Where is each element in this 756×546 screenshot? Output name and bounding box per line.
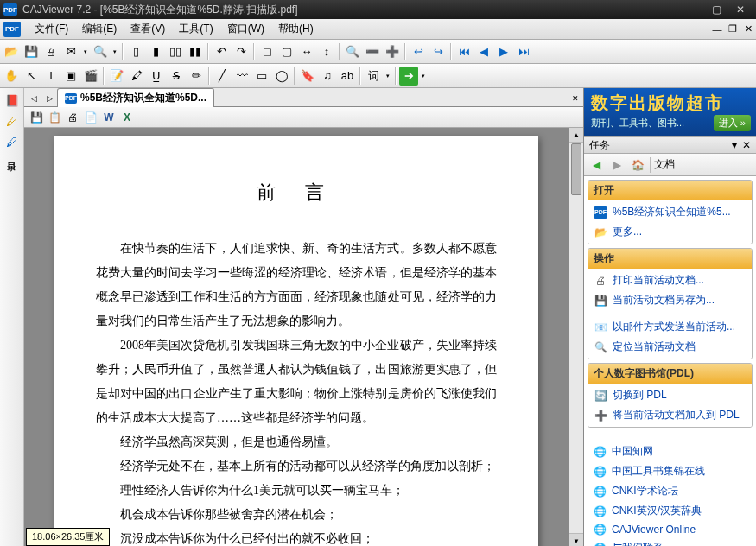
menu-view[interactable]: 查看(V) [124, 19, 172, 39]
note-icon[interactable]: 📝 [107, 67, 126, 86]
print-icon[interactable]: 🖨 [64, 109, 81, 126]
minimize-button[interactable]: — [680, 0, 704, 19]
save-icon[interactable]: 💾 [28, 109, 45, 126]
promo-banner[interactable]: 数字出版物超市 期刊、工具书、图书... 进入 » [584, 88, 756, 136]
mdi-minimize-button[interactable]: — [709, 22, 725, 36]
save-icon[interactable]: 💾 [22, 42, 41, 61]
link-item[interactable]: 🌐CNKI英汉/汉英辞典 [588, 501, 753, 521]
music-icon[interactable]: ♫ [318, 67, 337, 86]
rotate-ccw-icon[interactable]: ↶ [212, 42, 231, 61]
open-icon[interactable]: 📂 [2, 42, 21, 61]
search-icon[interactable]: 🔍 [91, 42, 110, 61]
page-scroll[interactable]: 前 言 在快节奏的生活下，人们追求快、新、奇的生活方式。多数人都不愿意花费大量的… [24, 128, 569, 546]
line-icon[interactable]: ╱ [213, 67, 232, 86]
fit-width-icon[interactable]: ↔ [297, 42, 316, 61]
hand-tool-icon[interactable]: ✋ [2, 67, 21, 86]
panel-forward-icon[interactable]: ▶ [608, 156, 626, 174]
link-item[interactable]: 🌐CAJViewer Online [588, 521, 753, 538]
menu-window[interactable]: 窗口(W) [220, 19, 271, 39]
book-icon[interactable]: 📕 [3, 92, 21, 109]
rectangle-icon[interactable]: ▭ [252, 67, 271, 86]
ocr-icon[interactable]: 🎬 [81, 67, 100, 86]
link-item[interactable]: 🌐CNKI学术论坛 [588, 481, 753, 501]
rotate-cw-icon[interactable]: ↷ [232, 42, 251, 61]
export-icon[interactable]: 📄 [82, 109, 99, 126]
ellipse-icon[interactable]: ◯ [272, 67, 291, 86]
fit-actual-icon[interactable]: ◻ [257, 42, 276, 61]
send-mail-item[interactable]: 📧以邮件方式发送当前活动... [588, 317, 752, 337]
outline-icon[interactable]: 目录 [3, 154, 21, 156]
zoom-in-icon[interactable]: ➕ [383, 42, 402, 61]
panel-back-icon[interactable]: ◀ [588, 156, 605, 174]
scroll-down-icon[interactable]: ▼ [569, 533, 583, 546]
copy-icon[interactable]: 📋 [46, 109, 63, 126]
next-page-icon[interactable]: ▶ [494, 42, 513, 61]
scroll-up-icon[interactable]: ▲ [569, 128, 583, 143]
menu-help[interactable]: 帮助(H) [271, 19, 321, 39]
tab-prev-icon[interactable]: ◁ [26, 91, 41, 106]
last-page-icon[interactable]: ⏭ [514, 42, 533, 61]
menu-tools[interactable]: 工具(T) [172, 19, 219, 39]
zoom-out-icon[interactable]: ➖ [363, 42, 382, 61]
pen-icon[interactable]: 🖊 [3, 133, 21, 150]
zoom-area-icon[interactable]: 🔍 [343, 42, 362, 61]
dropdown-icon[interactable]: ▾ [419, 67, 428, 86]
snapshot-icon[interactable]: ▣ [61, 67, 80, 86]
text-select-icon[interactable]: I [41, 67, 60, 86]
pencil-icon[interactable]: ✏ [187, 67, 206, 86]
underline-icon[interactable]: U̲ [147, 67, 166, 86]
mail-icon[interactable]: ✉ [61, 42, 80, 61]
mdi-restore-button[interactable]: ❐ [725, 22, 740, 36]
link-item[interactable]: 🌐中国知网 [588, 441, 753, 461]
switch-pdl-item[interactable]: 🔄切换到 PDL [588, 385, 752, 405]
home-icon[interactable]: 🏠 [629, 156, 646, 174]
more-files-item[interactable]: 📂更多... [588, 222, 752, 242]
link-item[interactable]: 🌐中国工具书集锦在线 [588, 461, 753, 481]
forward-icon[interactable]: ↪ [429, 42, 448, 61]
panel-menu-icon[interactable]: ▾ [732, 139, 737, 151]
fit-page-icon[interactable]: ▢ [277, 42, 296, 61]
tab-next-icon[interactable]: ▷ [41, 91, 57, 106]
continuous-icon[interactable]: ▮ [146, 42, 165, 61]
tab-close-icon[interactable]: ✕ [568, 91, 583, 106]
facing-continuous-icon[interactable]: ▮▮ [186, 42, 205, 61]
print-doc-item[interactable]: 🖨打印当前活动文档... [588, 270, 752, 290]
fit-height-icon[interactable]: ↕ [317, 42, 336, 61]
print-icon[interactable]: 🖨 [41, 42, 60, 61]
text-tool-icon[interactable]: ab [338, 67, 357, 86]
panel-close-icon[interactable]: ✕ [742, 139, 751, 151]
document-tab[interactable]: PDF %5B经济知识全知道%5D... [57, 88, 214, 107]
highlight-icon[interactable]: 🖍 [127, 67, 146, 86]
dropdown-icon[interactable]: ▾ [111, 42, 119, 61]
dict-icon[interactable]: 词 [364, 67, 383, 86]
pointer-icon[interactable]: ↖ [22, 67, 41, 86]
word-icon[interactable]: W [100, 109, 118, 126]
strikethrough-icon[interactable]: S̶ [167, 67, 186, 86]
dropdown-icon[interactable]: ▾ [384, 67, 392, 86]
first-page-icon[interactable]: ⏮ [454, 42, 473, 61]
promo-go-button[interactable]: 进入 » [714, 115, 751, 131]
menu-file[interactable]: 文件(F) [28, 19, 75, 39]
prev-page-icon[interactable]: ◀ [474, 42, 493, 61]
curve-icon[interactable]: 〰 [232, 67, 251, 86]
vertical-scrollbar[interactable]: ▲ ▼ [569, 128, 583, 546]
back-icon[interactable]: ↩ [409, 42, 428, 61]
maximize-button[interactable]: ▢ [704, 0, 728, 19]
mdi-close-button[interactable]: ✕ [740, 22, 756, 36]
menu-edit[interactable]: 编辑(E) [75, 19, 124, 39]
dropdown-icon[interactable]: ▾ [81, 42, 90, 61]
add-pdl-item[interactable]: ➕将当前活动文档加入到 PDL [588, 405, 752, 425]
excel-icon[interactable]: X [118, 109, 136, 126]
app-menu-icon[interactable]: PDF [3, 22, 21, 37]
highlighter-icon[interactable]: 🖊 [3, 112, 21, 130]
scroll-thumb[interactable] [571, 143, 581, 195]
bookmark-icon[interactable]: 🔖 [298, 67, 317, 86]
go-icon[interactable]: ➔ [399, 67, 418, 86]
recent-file-item[interactable]: PDF%5B经济知识全知道%5... [588, 202, 752, 222]
save-as-item[interactable]: 💾当前活动文档另存为... [588, 290, 752, 310]
close-button[interactable]: ✕ [728, 0, 753, 19]
locate-doc-item[interactable]: 🔍定位当前活动文档 [588, 337, 752, 357]
link-item[interactable]: 🌐与我们联系... [588, 538, 753, 546]
facing-icon[interactable]: ▯▯ [166, 42, 185, 61]
single-page-icon[interactable]: ▯ [126, 42, 145, 61]
